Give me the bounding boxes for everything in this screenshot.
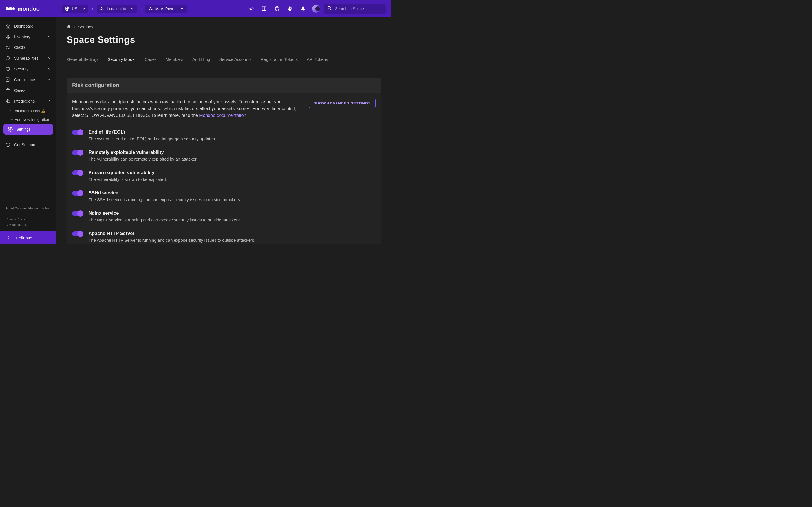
- sidebar-label: Dashboard: [14, 24, 34, 29]
- footer-link-about[interactable]: About Mondoo: [6, 207, 26, 210]
- sidebar-sub-all-integrations[interactable]: All Integrations: [11, 107, 56, 115]
- integrations-icon: [5, 98, 11, 104]
- sidebar-item-inventory[interactable]: Inventory: [0, 32, 56, 42]
- sidebar-item-security[interactable]: Security: [0, 64, 56, 74]
- network-icon: [148, 6, 153, 11]
- inventory-icon: [5, 34, 11, 40]
- chevron-down-icon: [47, 77, 51, 82]
- org-label: Lunalectric: [107, 6, 126, 11]
- svg-point-2: [12, 7, 15, 10]
- toggle-nginx[interactable]: [72, 211, 82, 216]
- svg-point-14: [7, 47, 7, 47]
- search-icon: [327, 6, 332, 12]
- user-avatar[interactable]: [311, 3, 321, 14]
- chevron-left-icon: [6, 235, 11, 240]
- sidebar-item-cicd[interactable]: CI/CD: [0, 42, 56, 53]
- shield-icon: [5, 66, 11, 72]
- chevron-down-icon: [128, 7, 134, 10]
- home-icon[interactable]: [66, 24, 71, 30]
- cicd-icon: [5, 45, 11, 50]
- sidebar-item-integrations[interactable]: Integrations: [0, 96, 56, 107]
- main-content: › Settings Space Settings General Settin…: [56, 17, 391, 244]
- space-selector[interactable]: Mars Rover: [145, 4, 187, 13]
- slack-icon[interactable]: [285, 3, 296, 14]
- breadcrumb: › Settings: [66, 24, 381, 30]
- collapse-sidebar-button[interactable]: Collapse: [0, 231, 56, 244]
- sidebar-item-dashboard[interactable]: Dashboard: [0, 21, 56, 32]
- risk-desc: The SSHd service is running and can expo…: [89, 197, 375, 202]
- search-box[interactable]: [324, 4, 386, 13]
- svg-point-10: [328, 6, 331, 9]
- sidebar-item-support[interactable]: Get Support: [0, 139, 56, 150]
- github-icon[interactable]: [272, 3, 283, 14]
- people-icon: [100, 6, 105, 11]
- space-label: Mars Rover: [155, 6, 175, 11]
- toggle-sshd[interactable]: [72, 191, 82, 196]
- toggle-eol[interactable]: [72, 130, 82, 135]
- svg-rect-18: [6, 99, 7, 101]
- tabs: General Settings Security Model Cases Me…: [66, 54, 381, 66]
- bell-icon[interactable]: [298, 3, 308, 14]
- svg-rect-19: [8, 99, 10, 101]
- theme-toggle-icon[interactable]: [246, 3, 257, 14]
- risk-title: End of life (EOL): [89, 129, 375, 135]
- risk-item: SSHd service The SSHd service is running…: [72, 185, 375, 205]
- breadcrumb-separator: ›: [92, 6, 93, 11]
- chevron-up-icon: [47, 99, 51, 104]
- toggle-known-exploited[interactable]: [72, 170, 82, 175]
- sidebar-item-settings[interactable]: Settings: [3, 124, 53, 135]
- logo[interactable]: mondoo: [6, 6, 40, 12]
- cases-icon: [5, 88, 11, 93]
- risk-title: Nginx service: [89, 210, 375, 216]
- search-input[interactable]: [335, 6, 382, 11]
- sidebar-label: Inventory: [14, 35, 31, 39]
- sidebar-sub-add-integration[interactable]: Add New Integration: [11, 115, 56, 124]
- avatar-icon: [312, 5, 320, 13]
- org-selector[interactable]: Lunalectric: [97, 4, 137, 13]
- tab-members[interactable]: Members: [165, 54, 184, 66]
- show-advanced-settings-button[interactable]: SHOW ADVANCED SETTINGS: [309, 99, 375, 108]
- panel-title: Risk configuration: [66, 78, 381, 93]
- svg-point-5: [102, 8, 103, 9]
- sidebar-label: Get Support: [14, 143, 36, 147]
- risk-desc: The vulnerability is known to be exploit…: [89, 177, 375, 182]
- svg-rect-11: [7, 35, 9, 36]
- sidebar-item-compliance[interactable]: Compliance: [0, 74, 56, 85]
- toggle-apache[interactable]: [72, 231, 82, 236]
- sidebar: Dashboard Inventory CI/CD Vulnerabilitie…: [0, 17, 56, 244]
- help-icon: [5, 142, 11, 148]
- collapse-label: Collapse: [16, 235, 32, 240]
- chevron-down-icon: [47, 56, 51, 61]
- tab-service-accounts[interactable]: Service Accounts: [218, 54, 252, 66]
- footer-link-privacy[interactable]: Privacy Policy: [6, 217, 25, 221]
- docs-link[interactable]: Mondoo documentation: [199, 113, 246, 118]
- toggle-remotely-exploitable[interactable]: [72, 150, 82, 155]
- sidebar-item-vulnerabilities[interactable]: Vulnerabilities: [0, 53, 56, 64]
- risk-desc: The Nginx service is running and can exp…: [89, 217, 375, 222]
- region-selector[interactable]: US: [62, 4, 88, 13]
- sidebar-label: Integrations: [14, 99, 35, 103]
- chevron-down-icon: [80, 7, 86, 10]
- sidebar-label: Vulnerabilities: [14, 56, 39, 61]
- tab-audit-log[interactable]: Audit Log: [192, 54, 211, 66]
- tab-cases[interactable]: Cases: [144, 54, 157, 66]
- risk-item: End of life (EOL) The system is end of l…: [72, 124, 375, 145]
- risk-item: Known exploited vulnerability The vulner…: [72, 165, 375, 185]
- footer-link-status[interactable]: Mondoo Status: [29, 207, 49, 210]
- tab-api-tokens[interactable]: API Tokens: [306, 54, 329, 66]
- home-icon: [5, 23, 11, 29]
- svg-point-1: [9, 7, 12, 10]
- docs-icon[interactable]: [259, 3, 269, 14]
- globe-icon: [64, 6, 70, 11]
- risk-item: Remotely exploitable vulnerability The v…: [72, 145, 375, 165]
- sidebar-label: Security: [14, 67, 29, 71]
- svg-point-21: [10, 129, 11, 130]
- tab-registration-tokens[interactable]: Registration Tokens: [260, 54, 298, 66]
- sidebar-sub-label: Add New Integration: [15, 117, 49, 122]
- header: mondoo US › Lunalectric ›: [0, 0, 391, 17]
- warning-icon: [42, 109, 45, 113]
- sidebar-item-cases[interactable]: Cases: [0, 85, 56, 96]
- tab-security-model[interactable]: Security Model: [107, 54, 136, 66]
- sidebar-sub-label: All Integrations: [15, 109, 40, 113]
- tab-general-settings[interactable]: General Settings: [66, 54, 99, 66]
